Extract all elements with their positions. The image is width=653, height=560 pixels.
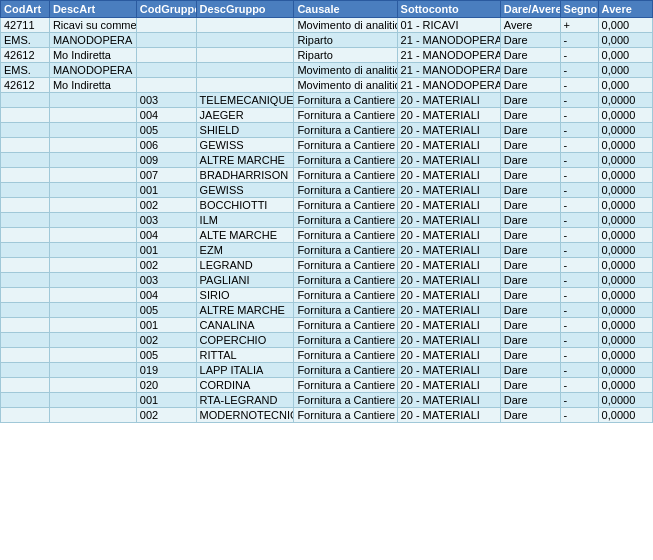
table-cell: 20 - MATERIALI — [397, 408, 500, 423]
table-cell — [49, 198, 136, 213]
table-cell: 20 - MATERIALI — [397, 378, 500, 393]
table-cell: 20 - MATERIALI — [397, 123, 500, 138]
table-cell: Dare — [500, 108, 560, 123]
table-cell — [49, 258, 136, 273]
table-cell: Dare — [500, 303, 560, 318]
table-cell: JAEGER — [196, 108, 294, 123]
table-row: 42612Mo IndirettaRiparto21 - MANODOPERAD… — [1, 48, 653, 63]
table-cell: Fornitura a Cantiere — [294, 168, 397, 183]
table-cell: 0,0000 — [598, 363, 652, 378]
table-cell: 0,0000 — [598, 138, 652, 153]
table-cell — [49, 273, 136, 288]
table-cell — [136, 48, 196, 63]
table-cell: Mo Indiretta — [49, 78, 136, 93]
table-cell: 0,0000 — [598, 393, 652, 408]
table-cell: 20 - MATERIALI — [397, 258, 500, 273]
table-cell: + — [560, 18, 598, 33]
table-cell: Fornitura a Cantiere — [294, 243, 397, 258]
table-row: 001EZMFornitura a Cantiere20 - MATERIALI… — [1, 243, 653, 258]
table-row: 002LEGRANDFornitura a Cantiere20 - MATER… — [1, 258, 653, 273]
table-cell: 20 - MATERIALI — [397, 168, 500, 183]
table-cell — [1, 243, 50, 258]
header-descart: DescArt — [49, 1, 136, 18]
table-cell: TELEMECANIQUE — [196, 93, 294, 108]
table-cell — [49, 333, 136, 348]
table-cell — [49, 378, 136, 393]
table-cell: EMS. — [1, 63, 50, 78]
table-cell: Fornitura a Cantiere — [294, 213, 397, 228]
table-cell: Dare — [500, 378, 560, 393]
table-cell — [49, 168, 136, 183]
table-cell — [136, 33, 196, 48]
table-row: 004JAEGERFornitura a Cantiere20 - MATERI… — [1, 108, 653, 123]
table-cell: 0,0000 — [598, 243, 652, 258]
table-cell: Dare — [500, 198, 560, 213]
table-cell: Movimento di analitica — [294, 78, 397, 93]
table-cell: BOCCHIOTTI — [196, 198, 294, 213]
table-cell: 20 - MATERIALI — [397, 393, 500, 408]
table-cell: Fornitura a Cantiere — [294, 183, 397, 198]
header-dareavere: Dare/Avere — [500, 1, 560, 18]
table-cell — [1, 363, 50, 378]
table-cell: Fornitura a Cantiere — [294, 348, 397, 363]
table-cell: 20 - MATERIALI — [397, 213, 500, 228]
table-cell: 20 - MATERIALI — [397, 243, 500, 258]
table-cell: Fornitura a Cantiere — [294, 378, 397, 393]
table-cell: 20 - MATERIALI — [397, 93, 500, 108]
table-cell: 20 - MATERIALI — [397, 288, 500, 303]
table-cell: 002 — [136, 258, 196, 273]
table-cell — [49, 123, 136, 138]
header-sottoconto: Sottoconto — [397, 1, 500, 18]
table-row: 002BOCCHIOTTIFornitura a Cantiere20 - MA… — [1, 198, 653, 213]
table-cell: 004 — [136, 288, 196, 303]
table-row: 004ALTE MARCHEFornitura a Cantiere20 - M… — [1, 228, 653, 243]
table-cell: 0,0000 — [598, 123, 652, 138]
table-row: 42612Mo IndirettaMovimento di analitica2… — [1, 78, 653, 93]
table-cell: Ricavi su commesse — [49, 18, 136, 33]
table-cell: MANODOPERA — [49, 63, 136, 78]
table-cell: 005 — [136, 303, 196, 318]
table-cell — [1, 108, 50, 123]
table-cell: PAGLIANI — [196, 273, 294, 288]
table-cell: 20 - MATERIALI — [397, 333, 500, 348]
table-cell: - — [560, 48, 598, 63]
table-cell: Fornitura a Cantiere — [294, 228, 397, 243]
data-table: CodArt DescArt CodGruppo DescGruppo Caus… — [0, 0, 653, 423]
header-codart: CodArt — [1, 1, 50, 18]
table-cell: 005 — [136, 123, 196, 138]
table-row: 004SIRIOFornitura a Cantiere20 - MATERIA… — [1, 288, 653, 303]
table-cell: - — [560, 288, 598, 303]
table-cell: MANODOPERA — [49, 33, 136, 48]
table-row: 003ILMFornitura a Cantiere20 - MATERIALI… — [1, 213, 653, 228]
table-cell — [49, 303, 136, 318]
table-cell: RTA-LEGRAND — [196, 393, 294, 408]
table-cell: 20 - MATERIALI — [397, 303, 500, 318]
table-row: 019LAPP ITALIAFornitura a Cantiere20 - M… — [1, 363, 653, 378]
table-cell: - — [560, 108, 598, 123]
table-cell: 0,000 — [598, 33, 652, 48]
table-cell — [49, 288, 136, 303]
table-cell: Dare — [500, 393, 560, 408]
table-cell — [1, 333, 50, 348]
table-cell: 20 - MATERIALI — [397, 183, 500, 198]
table-cell: - — [560, 258, 598, 273]
table-cell: Fornitura a Cantiere — [294, 318, 397, 333]
table-cell: Riparto — [294, 33, 397, 48]
table-cell — [196, 63, 294, 78]
table-cell: 0,0000 — [598, 303, 652, 318]
table-row: 005SHIELDFornitura a Cantiere20 - MATERI… — [1, 123, 653, 138]
table-cell: 21 - MANODOPERA — [397, 78, 500, 93]
table-cell — [49, 393, 136, 408]
table-cell: - — [560, 33, 598, 48]
table-row: 001GEWISSFornitura a Cantiere20 - MATERI… — [1, 183, 653, 198]
table-cell — [1, 138, 50, 153]
table-cell — [196, 48, 294, 63]
table-row: 006GEWISSFornitura a Cantiere20 - MATERI… — [1, 138, 653, 153]
table-cell — [49, 318, 136, 333]
table-cell: Dare — [500, 123, 560, 138]
table-row: 001RTA-LEGRANDFornitura a Cantiere20 - M… — [1, 393, 653, 408]
table-cell: GEWISS — [196, 138, 294, 153]
table-cell — [196, 18, 294, 33]
table-cell — [49, 93, 136, 108]
table-cell: 0,0000 — [598, 213, 652, 228]
